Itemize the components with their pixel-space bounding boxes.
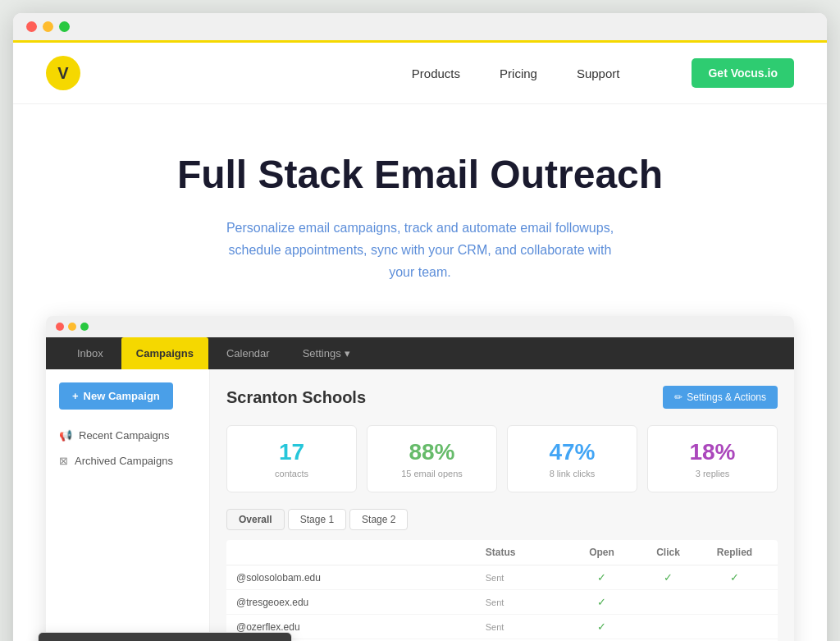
nav-support[interactable]: Support xyxy=(577,66,620,80)
app-sidebar: + New Campaign 📢 Recent Campaigns ⊠ Arch… xyxy=(46,369,210,641)
traffic-lights xyxy=(26,21,814,40)
col-header-replied: Replied xyxy=(701,547,768,558)
settings-arrow-icon: ▾ xyxy=(345,347,350,359)
app-screenshot: Inbox Campaigns Calendar Settings ▾ + Ne… xyxy=(46,316,794,641)
sidebar-recent-campaigns[interactable]: 📢 Recent Campaigns xyxy=(46,423,209,448)
row-email: @solosolobam.edu xyxy=(236,572,486,584)
popup-overlay: Sabre Printers for Scranton Schools − □ … xyxy=(38,632,292,641)
popup-header: Sabre Printers for Scranton Schools − □ … xyxy=(39,633,291,641)
traffic-light-green[interactable] xyxy=(59,21,70,32)
stat-contacts-label: contacts xyxy=(240,469,343,478)
hero-subtitle: Personalize email campaigns, track and a… xyxy=(215,217,625,284)
traffic-light-yellow[interactable] xyxy=(43,21,53,32)
inner-tl-yellow xyxy=(68,323,76,331)
row-email: @tresgeoex.edu xyxy=(236,597,486,608)
stat-opens-value: 88% xyxy=(381,439,483,465)
row-email: @ozerflex.edu xyxy=(236,621,486,633)
inner-tl-red xyxy=(56,323,64,331)
tab-overall[interactable]: Overall xyxy=(226,509,285,530)
stat-contacts-value: 17 xyxy=(240,439,343,465)
campaign-title: Scranton Schools xyxy=(226,388,366,407)
inner-browser-chrome xyxy=(46,316,794,337)
archive-icon: ⊠ xyxy=(59,455,68,467)
app-tab-calendar[interactable]: Calendar xyxy=(212,337,285,369)
traffic-light-red[interactable] xyxy=(26,21,37,32)
hero-title: Full Stack Email Outreach xyxy=(30,153,810,197)
stat-replies-value: 18% xyxy=(661,439,764,465)
hero-section: Full Stack Email Outreach Personalize em… xyxy=(13,104,827,316)
table-rows: @solosolobam.edu Sent ✓ ✓ ✓ @tresgeoex.e… xyxy=(226,565,778,641)
stat-replies-label: 3 replies xyxy=(661,469,764,478)
stat-clicks-label: 8 link clicks xyxy=(521,469,623,478)
app-navbar: Inbox Campaigns Calendar Settings ▾ xyxy=(46,337,794,369)
stat-replies: 18% 3 replies xyxy=(647,425,778,492)
stat-opens-label: 15 email opens xyxy=(381,469,483,478)
navbar: V Products Pricing Support Get Vocus.io xyxy=(13,43,827,104)
app-main: Scranton Schools ✏ Settings & Actions 17… xyxy=(210,369,794,641)
new-campaign-button[interactable]: + New Campaign xyxy=(59,382,173,410)
col-header-open: Open xyxy=(568,547,635,558)
browser-chrome xyxy=(13,13,827,43)
settings-actions-button[interactable]: ✏ Settings & Actions xyxy=(663,386,778,409)
campaign-header: Scranton Schools ✏ Settings & Actions xyxy=(226,386,778,409)
table-row: @ozerflex.edu Sent ✓ xyxy=(226,615,778,639)
row-open: ✓ xyxy=(568,596,635,608)
app-tab-settings[interactable]: Settings ▾ xyxy=(288,337,365,369)
nav-links: Products Pricing Support Get Vocus.io xyxy=(412,58,794,88)
stats-row: 17 contacts 88% 15 email opens 47% 8 lin… xyxy=(226,425,778,492)
nav-products[interactable]: Products xyxy=(412,66,460,80)
inner-tl-green xyxy=(80,323,89,331)
browser-window: V Products Pricing Support Get Vocus.io … xyxy=(13,13,827,641)
table-row: @solosolobam.edu Sent ✓ ✓ ✓ xyxy=(226,565,778,590)
table-row: @tresgeoex.edu Sent ✓ xyxy=(226,590,778,615)
plus-icon: + xyxy=(72,390,79,402)
col-header-click: Click xyxy=(635,547,701,558)
col-header-status: Status xyxy=(486,547,568,558)
row-click: ✓ xyxy=(635,571,701,584)
row-status: Sent xyxy=(486,598,568,607)
row-status: Sent xyxy=(486,573,568,583)
get-vocus-button[interactable]: Get Vocus.io xyxy=(692,58,794,88)
stat-clicks-value: 47% xyxy=(521,439,623,465)
stat-contacts: 17 contacts xyxy=(226,425,357,492)
app-screenshot-wrapper: Inbox Campaigns Calendar Settings ▾ + Ne… xyxy=(13,316,827,641)
stat-opens: 88% 15 email opens xyxy=(367,425,497,492)
row-open: ✓ xyxy=(568,571,635,584)
campaign-tabs: Overall Stage 1 Stage 2 xyxy=(226,509,778,530)
tab-stage2[interactable]: Stage 2 xyxy=(349,509,408,530)
col-header-email xyxy=(236,547,486,558)
sidebar-archived-campaigns[interactable]: ⊠ Archived Campaigns xyxy=(46,448,209,474)
row-status: Sent xyxy=(486,622,568,632)
megaphone-icon: 📢 xyxy=(59,429,72,442)
email-table: Status Open Click Replied @solosolobam.e… xyxy=(226,540,778,641)
app-body: + New Campaign 📢 Recent Campaigns ⊠ Arch… xyxy=(46,369,794,641)
page-content: V Products Pricing Support Get Vocus.io … xyxy=(13,43,827,641)
nav-pricing[interactable]: Pricing xyxy=(500,66,537,80)
table-header: Status Open Click Replied xyxy=(226,540,778,565)
pencil-icon: ✏ xyxy=(674,391,682,403)
row-open: ✓ xyxy=(568,620,635,633)
app-tab-inbox[interactable]: Inbox xyxy=(62,337,118,369)
inner-traffic-lights xyxy=(56,323,784,337)
row-replied: ✓ xyxy=(701,571,768,584)
app-tab-campaigns[interactable]: Campaigns xyxy=(121,337,208,369)
tab-stage1[interactable]: Stage 1 xyxy=(288,509,346,530)
stat-clicks: 47% 8 link clicks xyxy=(507,425,637,492)
logo[interactable]: V xyxy=(46,56,80,90)
